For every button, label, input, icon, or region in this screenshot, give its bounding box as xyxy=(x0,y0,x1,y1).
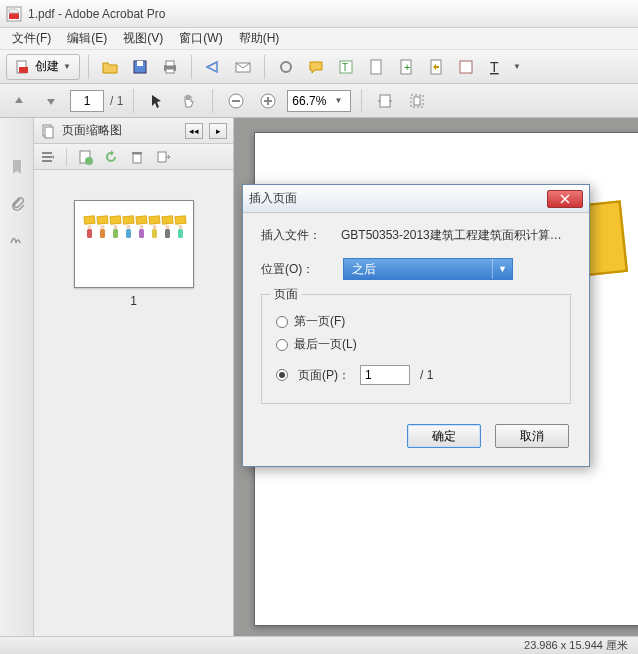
svg-rect-26 xyxy=(414,97,420,105)
svg-rect-34 xyxy=(133,154,141,163)
create-icon xyxy=(15,59,31,75)
panel-next-button[interactable]: ▸ xyxy=(209,123,227,139)
hand-icon xyxy=(181,93,197,109)
next-page-button[interactable] xyxy=(38,88,64,114)
radio-first-page[interactable]: 第一页(F) xyxy=(276,313,556,330)
cancel-button[interactable]: 取消 xyxy=(495,424,569,448)
position-label: 位置(O)： xyxy=(261,261,333,278)
extract-page-icon[interactable] xyxy=(155,149,171,165)
page-number-field[interactable] xyxy=(360,365,410,385)
options-icon[interactable] xyxy=(40,149,56,165)
chevron-down-icon: ▼ xyxy=(63,62,71,71)
menu-view[interactable]: 视图(V) xyxy=(115,28,171,49)
rotate-icon[interactable] xyxy=(103,149,119,165)
svg-rect-36 xyxy=(158,152,166,162)
ok-button[interactable]: 确定 xyxy=(407,424,481,448)
svg-rect-3 xyxy=(19,67,28,73)
attachment-icon[interactable] xyxy=(8,194,26,212)
page-total: / 1 xyxy=(110,94,123,108)
position-select[interactable]: 之后 ▼ xyxy=(343,258,513,280)
zoom-out-button[interactable] xyxy=(223,88,249,114)
menu-window[interactable]: 窗口(W) xyxy=(171,28,230,49)
thumbnail-tools xyxy=(34,144,233,170)
position-value: 之后 xyxy=(352,261,376,278)
svg-rect-31 xyxy=(42,160,52,162)
email-button[interactable] xyxy=(230,54,256,80)
svg-text:+: + xyxy=(404,61,410,73)
zoom-out-icon xyxy=(227,92,245,110)
page-arrow-icon xyxy=(427,58,445,76)
close-button[interactable] xyxy=(547,190,583,208)
fit-width-button[interactable] xyxy=(372,88,398,114)
insert-page-icon[interactable] xyxy=(77,149,93,165)
create-button[interactable]: 创建 ▼ xyxy=(6,54,80,80)
menu-help[interactable]: 帮助(H) xyxy=(231,28,288,49)
bookmark-icon[interactable] xyxy=(8,158,26,176)
pages-icon xyxy=(40,123,56,139)
folder-open-icon xyxy=(101,58,119,76)
zoom-value: 66.7% xyxy=(292,94,326,108)
tool-a[interactable] xyxy=(273,54,299,80)
svg-rect-17 xyxy=(460,61,472,73)
svg-rect-13 xyxy=(371,60,381,74)
zoom-in-button[interactable] xyxy=(255,88,281,114)
print-button[interactable] xyxy=(157,54,183,80)
text-icon: T xyxy=(487,58,505,76)
svg-rect-24 xyxy=(380,95,390,107)
dialog-title: 插入页面 xyxy=(249,190,547,207)
arrow-up-icon xyxy=(12,94,26,108)
page-fieldset: 页面 第一页(F) 最后一页(L) 页面(P)： / 1 xyxy=(261,294,571,404)
page-plus-icon: + xyxy=(397,58,415,76)
first-page-label: 第一页(F) xyxy=(294,313,345,330)
chevron-down-icon: ▼ xyxy=(492,259,512,279)
radio-page-number[interactable]: 页面(P)： / 1 xyxy=(276,365,556,385)
tool-b[interactable] xyxy=(303,54,329,80)
separator xyxy=(361,89,362,113)
svg-rect-28 xyxy=(45,127,53,138)
text-tool[interactable]: T xyxy=(483,54,509,80)
open-button[interactable] xyxy=(97,54,123,80)
zoom-in-icon xyxy=(259,92,277,110)
page-icon xyxy=(367,58,385,76)
save-button[interactable] xyxy=(127,54,153,80)
share-button[interactable] xyxy=(200,54,226,80)
hand-tool[interactable] xyxy=(176,88,202,114)
radio-last-page[interactable]: 最后一页(L) xyxy=(276,336,556,353)
envelope-icon xyxy=(234,58,252,76)
print-icon xyxy=(161,58,179,76)
nav-toolbar: / 1 66.7%▼ xyxy=(0,84,638,118)
select-tool[interactable] xyxy=(144,88,170,114)
page-number-input[interactable] xyxy=(70,90,104,112)
page-thumbnail[interactable] xyxy=(74,200,194,288)
fit-width-icon xyxy=(376,92,394,110)
svg-text:T: T xyxy=(342,62,348,73)
thumbnail-header: 页面缩略图 ◂◂ ▸ xyxy=(34,118,233,144)
menu-file[interactable]: 文件(F) xyxy=(4,28,59,49)
insert-file-label: 插入文件： xyxy=(261,227,331,244)
separator xyxy=(264,55,265,79)
save-icon xyxy=(131,58,149,76)
fit-page-button[interactable] xyxy=(404,88,430,114)
panel-prev-button[interactable]: ◂◂ xyxy=(185,123,203,139)
tool-e[interactable]: + xyxy=(393,54,419,80)
dialog-buttons: 确定 取消 xyxy=(261,418,571,456)
svg-rect-23 xyxy=(267,97,269,105)
insert-pages-dialog: 插入页面 插入文件： GBT50353-2013建筑工程建筑面积计算规范....… xyxy=(242,184,590,467)
tool-d[interactable] xyxy=(363,54,389,80)
tool-f[interactable] xyxy=(423,54,449,80)
menu-edit[interactable]: 编辑(E) xyxy=(59,28,115,49)
chevron-down-icon[interactable]: ▼ xyxy=(513,62,521,71)
menu-bar: 文件(F) 编辑(E) 视图(V) 窗口(W) 帮助(H) xyxy=(0,28,638,50)
separator xyxy=(191,55,192,79)
tool-g[interactable] xyxy=(453,54,479,80)
dialog-titlebar[interactable]: 插入页面 xyxy=(243,185,589,213)
delete-page-icon[interactable] xyxy=(129,149,145,165)
page-radio-label: 页面(P)： xyxy=(298,367,350,384)
zoom-select[interactable]: 66.7%▼ xyxy=(287,90,351,112)
tool-c[interactable]: T xyxy=(333,54,359,80)
app-icon xyxy=(6,6,22,22)
signature-icon[interactable] xyxy=(8,230,26,248)
prev-page-button[interactable] xyxy=(6,88,32,114)
svg-point-33 xyxy=(85,157,93,165)
status-bar: 23.986 x 15.944 厘米 xyxy=(0,636,638,654)
